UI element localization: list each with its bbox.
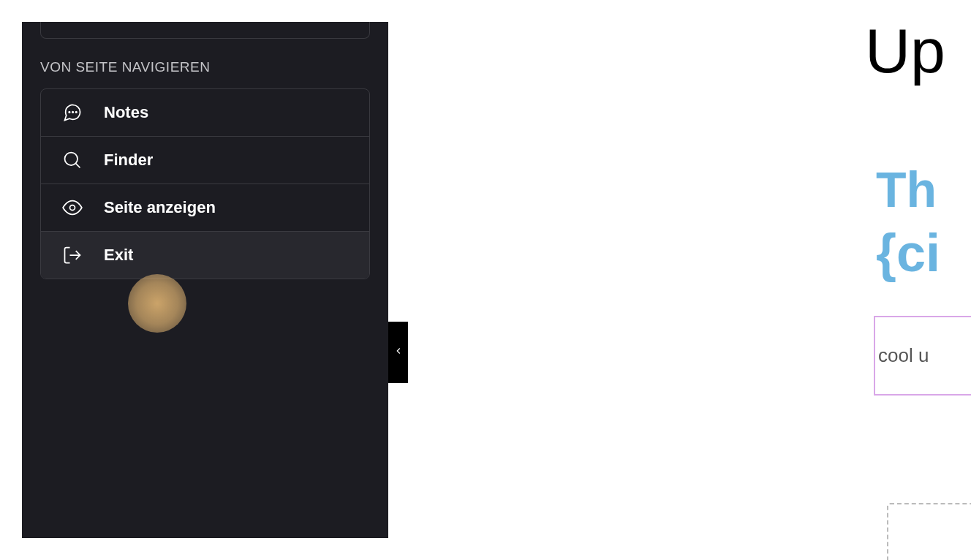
svg-point-0: [69, 112, 69, 113]
chevron-left-icon: [393, 346, 404, 359]
section-title: VON SEITE NAVIGIEREN: [22, 39, 388, 88]
svg-line-4: [76, 164, 80, 168]
eye-icon: [61, 197, 83, 219]
right-content-pane: Up Th {ci cool u: [865, 0, 971, 560]
blue-heading-fragment-2: {ci: [876, 223, 940, 283]
svg-point-2: [76, 112, 77, 113]
nav-item-label: Finder: [104, 151, 153, 170]
nav-item-view-page[interactable]: Seite anzeigen: [41, 184, 369, 232]
dashed-placeholder-box: [887, 503, 971, 560]
nav-list: Notes Finder Seite anzeigen: [40, 88, 370, 279]
collapse-sidebar-button[interactable]: [388, 322, 408, 383]
blue-heading-fragment-1: Th: [876, 161, 937, 218]
sidebar-panel: VON SEITE NAVIGIEREN Notes: [22, 22, 388, 538]
nav-item-exit[interactable]: Exit: [41, 232, 369, 279]
svg-point-1: [72, 112, 73, 113]
nav-item-notes[interactable]: Notes: [41, 89, 369, 137]
nav-item-label: Notes: [104, 103, 148, 122]
nav-item-label: Seite anzeigen: [104, 198, 216, 217]
svg-point-3: [65, 153, 78, 166]
page-heading-fragment: Up: [865, 15, 945, 87]
nav-item-label: Exit: [104, 246, 133, 265]
exit-icon: [61, 244, 83, 266]
text-input-box[interactable]: cool u: [874, 316, 971, 396]
click-indicator: [128, 274, 186, 333]
chat-bubble-icon: [61, 102, 83, 124]
nav-item-finder[interactable]: Finder: [41, 137, 369, 184]
search-icon: [61, 149, 83, 171]
top-box-fragment: [40, 22, 370, 39]
svg-point-5: [70, 205, 75, 211]
input-text-fragment: cool u: [878, 344, 929, 367]
